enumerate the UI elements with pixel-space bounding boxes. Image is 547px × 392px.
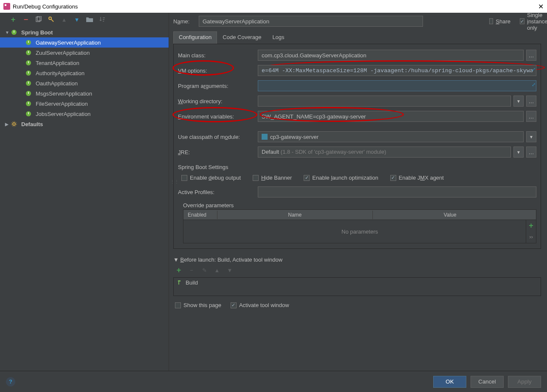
activate-tool-checkbox[interactable]: ✓Activate tool window — [231, 302, 289, 308]
config-form: ⋮⋮ Main class: … VM options: ⤢ Program a… — [173, 44, 541, 249]
folder-icon[interactable] — [86, 16, 93, 23]
tree-item[interactable]: JobsServerApplication — [0, 109, 169, 119]
expand-icon[interactable]: ⤢ — [532, 82, 536, 87]
vm-options-label: VM options: — [178, 68, 254, 74]
remove-icon[interactable]: − — [188, 266, 195, 274]
ok-button[interactable]: OK — [433, 376, 466, 388]
spring-boot-icon — [25, 110, 33, 117]
spring-settings-label: Spring Boot Settings — [178, 164, 536, 170]
spring-boot-icon — [25, 59, 33, 66]
hammer-icon — [177, 279, 183, 287]
add-icon[interactable]: + — [175, 266, 183, 274]
copy-icon[interactable] — [35, 16, 42, 23]
name-input[interactable] — [199, 16, 423, 27]
module-icon — [262, 134, 268, 140]
tab-code-coverage[interactable]: Code Coverage — [217, 31, 267, 44]
dropdown-icon[interactable]: ▼ — [513, 96, 524, 107]
wrench-icon[interactable] — [48, 16, 55, 23]
jre-select[interactable]: Default (1.8 - SDK of 'cp3-gateway-serve… — [258, 147, 511, 158]
main-class-input[interactable] — [258, 50, 524, 61]
cancel-button[interactable]: Cancel — [471, 376, 504, 388]
down-icon[interactable]: ▼ — [226, 266, 234, 274]
tree-node-defaults[interactable]: ▶ Defaults — [0, 119, 169, 129]
close-icon[interactable]: ✕ — [538, 3, 544, 11]
enable-launch-checkbox[interactable]: ✓Enable launch optimization — [304, 175, 378, 181]
override-params-table: Enabled Name Value No parameters + ›› — [183, 209, 536, 243]
main-class-label: Main class: — [178, 52, 254, 59]
override-col-value[interactable]: Value — [373, 211, 536, 219]
tree-item[interactable]: FileServerApplication — [0, 99, 169, 109]
expand-arrow-icon[interactable]: ▶ — [5, 122, 11, 127]
sidebar: + − ▲ ▼ ▼ Spring Boot GatewayServerAppli… — [0, 13, 169, 371]
add-icon[interactable]: + — [527, 222, 535, 229]
override-col-name[interactable]: Name — [217, 211, 373, 219]
spring-boot-icon — [25, 49, 33, 56]
title-bar: Run/Debug Configurations ✕ — [0, 0, 547, 13]
spring-boot-icon — [25, 39, 33, 46]
content-panel: Name: Share ✓Single instance only Config… — [169, 13, 547, 371]
jre-label: JRE: — [178, 149, 254, 155]
add-icon[interactable]: + — [9, 16, 17, 23]
vm-options-input[interactable] — [258, 65, 536, 76]
name-label: Name: — [173, 18, 195, 25]
env-vars-input[interactable] — [258, 111, 524, 122]
config-tree: ▼ Spring Boot GatewayServerApplicationZu… — [0, 26, 169, 371]
window-title: Run/Debug Configurations — [13, 3, 78, 10]
before-launch-item[interactable]: Build — [173, 277, 541, 296]
gear-icon — [11, 121, 19, 127]
before-launch-section: ▼ Before launch: Build, Activate tool wi… — [173, 257, 541, 296]
bottom-bar: ? OK Cancel Apply — [0, 371, 547, 392]
share-checkbox[interactable]: Share — [489, 18, 510, 25]
browse-icon[interactable]: … — [526, 96, 536, 107]
svg-rect-0 — [3, 3, 10, 10]
active-profiles-label: Active Profiles: — [178, 189, 254, 195]
classpath-module-select[interactable]: cp3-gateway-server — [258, 131, 524, 142]
enable-jmx-checkbox[interactable]: ✓Enable JMX agent — [390, 175, 444, 181]
before-launch-toggle[interactable]: ▼ Before launch: Build, Activate tool wi… — [173, 257, 541, 263]
browse-icon[interactable]: … — [526, 111, 536, 122]
browse-icon[interactable]: … — [526, 147, 536, 158]
tab-logs[interactable]: Logs — [267, 31, 290, 44]
up-icon[interactable]: ▲ — [213, 266, 221, 274]
sort-icon[interactable] — [99, 16, 106, 23]
remove-icon[interactable]: − — [22, 16, 30, 23]
help-icon[interactable]: ? — [6, 377, 15, 386]
tabs: Configuration Code Coverage Logs — [173, 31, 541, 44]
active-profiles-input[interactable] — [258, 186, 536, 197]
working-dir-input[interactable] — [258, 96, 511, 107]
override-col-enabled[interactable]: Enabled — [183, 211, 217, 219]
show-page-checkbox[interactable]: Show this page — [175, 302, 221, 308]
expand-icon[interactable]: ⤢ — [532, 67, 536, 72]
dropdown-icon[interactable]: ▼ — [513, 147, 524, 158]
up-icon[interactable]: ▲ — [60, 16, 68, 23]
tab-configuration[interactable]: Configuration — [173, 31, 217, 44]
dropdown-icon[interactable]: ▼ — [526, 131, 536, 142]
tree-item[interactable]: TenantApplication — [0, 58, 169, 68]
program-args-label: Program arguments: — [178, 83, 254, 89]
single-instance-checkbox[interactable]: ✓Single instance only — [520, 13, 541, 31]
classpath-label: Use classpath of module: — [178, 134, 254, 140]
hide-banner-checkbox[interactable]: Hide Banner — [253, 175, 292, 181]
apply-button[interactable]: Apply — [508, 376, 541, 388]
edit-icon[interactable]: ✎ — [200, 266, 208, 274]
app-icon — [3, 3, 10, 10]
spring-boot-icon — [25, 70, 33, 76]
svg-point-16 — [11, 121, 17, 127]
tree-item[interactable]: MsgsServerApplication — [0, 88, 169, 99]
more-icon[interactable]: ›› — [529, 234, 533, 240]
svg-point-15 — [13, 123, 15, 125]
down-icon[interactable]: ▼ — [73, 16, 81, 23]
tree-node-spring-boot[interactable]: ▼ Spring Boot — [0, 27, 169, 37]
expand-arrow-icon[interactable]: ▼ — [5, 30, 11, 35]
override-empty-text: No parameters — [183, 220, 536, 243]
program-args-input[interactable] — [258, 80, 536, 91]
tree-item[interactable]: ZuulServerApplication — [0, 48, 169, 58]
enable-debug-checkbox[interactable]: Enable debug output — [181, 175, 241, 181]
spring-boot-icon — [11, 29, 19, 36]
tree-item[interactable]: AuthorityApplication — [0, 68, 169, 78]
spring-boot-icon — [25, 80, 33, 87]
browse-icon[interactable]: … — [526, 50, 536, 61]
grip-icon[interactable]: ⋮⋮ — [170, 179, 179, 184]
tree-item[interactable]: OauthApplication — [0, 78, 169, 88]
tree-item[interactable]: GatewayServerApplication — [0, 37, 169, 48]
